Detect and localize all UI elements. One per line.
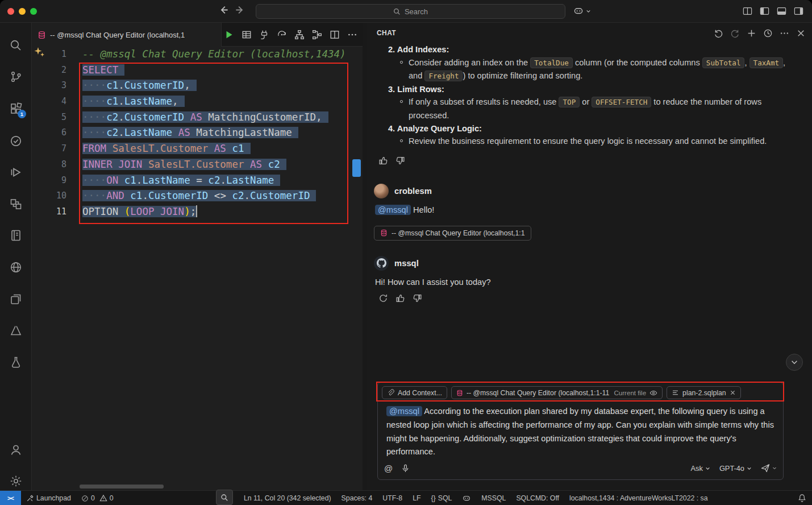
globe-icon[interactable]	[9, 260, 23, 274]
language-mode-item[interactable]: {} SQL	[426, 491, 457, 505]
eye-icon[interactable]	[649, 389, 657, 397]
layers-icon[interactable]	[9, 292, 23, 306]
line-number[interactable]: 5	[32, 110, 69, 126]
code-line[interactable]: 9····ON c1.LastName = c2.LastName	[32, 173, 363, 189]
toggle-sidebar-right-icon[interactable]	[793, 6, 804, 16]
copilot-menu[interactable]	[573, 5, 591, 16]
horizontal-scrollbar[interactable]	[80, 485, 164, 489]
line-number[interactable]: 7	[32, 141, 69, 157]
redo-icon[interactable]	[730, 28, 740, 39]
close-window-button[interactable]	[7, 8, 14, 15]
extensions-icon[interactable]: 1	[9, 102, 23, 115]
code-line[interactable]: 5····c2.CustomerID AS MatchingCustomerID…	[32, 110, 363, 126]
code-editor[interactable]: 1-- @mssql Chat Query Editor (localhost,…	[32, 47, 363, 490]
tab-chat-query-editor[interactable]: -- @mssql Chat Query Editor (localhost,1	[32, 23, 222, 47]
remote-explorer-icon[interactable]	[9, 197, 23, 211]
layout-columns-icon[interactable]	[742, 6, 753, 16]
microphone-icon[interactable]	[401, 464, 410, 473]
code-line-text[interactable]: FROM SalesLT.Customer AS c1	[69, 141, 251, 157]
split-editor-button[interactable]	[328, 28, 342, 42]
send-button[interactable]	[761, 463, 777, 473]
command-center-search[interactable]: Search	[256, 4, 565, 19]
code-line-text[interactable]: ····ON c1.LastName = c2.LastName	[69, 173, 280, 189]
run-and-debug-icon[interactable]	[9, 165, 23, 179]
code-line-text[interactable]: ····c2.CustomerID AS MatchingCustomerID,	[69, 110, 328, 126]
mssql-flask-icon[interactable]	[9, 355, 23, 369]
model-dropdown[interactable]: GPT-4o	[719, 464, 752, 473]
connection-item[interactable]: localhost,1434 : AdventureWorksLT2022 : …	[564, 491, 713, 505]
line-number[interactable]: 10	[32, 188, 69, 204]
add-context-button[interactable]: Add Context...	[382, 386, 447, 399]
new-chat-button[interactable]	[746, 28, 757, 39]
context-file-chip[interactable]: -- @mssql Chat Query Editor (localhost,1…	[451, 386, 663, 399]
thumbs-down-icon[interactable]	[395, 156, 405, 165]
azure-icon[interactable]	[9, 324, 23, 337]
code-line[interactable]: 4····c1.LastName,	[32, 94, 363, 110]
search-view-icon[interactable]	[9, 39, 23, 52]
scroll-to-bottom-button[interactable]	[786, 354, 803, 371]
code-line[interactable]: 2SELECT	[32, 63, 363, 78]
settings-gear-icon[interactable]	[9, 474, 23, 488]
account-icon[interactable]	[9, 443, 23, 457]
maximize-window-button[interactable]	[30, 8, 37, 15]
line-number[interactable]: 11	[32, 204, 69, 220]
launchpad-item[interactable]: Launchpad	[21, 491, 76, 505]
toggle-sidebar-left-icon[interactable]	[759, 6, 770, 16]
mssql-item[interactable]: MSSQL	[476, 491, 511, 505]
attached-file-pill[interactable]: -- @mssql Chat Query Editor (localhost,1…	[374, 226, 531, 241]
toggle-panel-icon[interactable]	[776, 6, 787, 16]
thumbs-up-icon[interactable]	[378, 156, 388, 165]
cursor-position-item[interactable]: Ln 11, Col 20 (342 selected)	[239, 491, 336, 505]
notebook-icon[interactable]	[9, 229, 23, 242]
minimize-window-button[interactable]	[19, 8, 26, 15]
mention-button[interactable]: @	[384, 463, 393, 473]
query-plan-icon[interactable]	[310, 28, 324, 42]
connection-icon[interactable]	[257, 28, 271, 42]
problems-item[interactable]: 0 0	[76, 491, 119, 505]
copilot-sparkle-icon[interactable]	[34, 46, 45, 57]
notifications-bell-icon[interactable]	[798, 494, 806, 502]
estimated-plan-icon[interactable]	[275, 28, 289, 42]
back-button[interactable]	[218, 5, 229, 15]
sqlcmd-item[interactable]: SQLCMD: Off	[511, 491, 564, 505]
code-line-text[interactable]: ····c1.LastName,	[69, 94, 185, 110]
line-number[interactable]: 8	[32, 157, 69, 173]
remove-attachment-icon[interactable]	[730, 390, 736, 396]
code-line[interactable]: 7FROM SalesLT.Customer AS c1	[32, 141, 363, 157]
thumbs-up-icon[interactable]	[395, 293, 405, 303]
code-line-text[interactable]: SELECT	[69, 63, 124, 78]
line-number[interactable]: 3	[32, 78, 69, 94]
line-number[interactable]: 2	[32, 63, 69, 78]
line-number[interactable]: 4	[32, 94, 69, 110]
code-line[interactable]: 6····c2.LastName AS MatchingLastName	[32, 125, 363, 141]
close-chat-button[interactable]	[796, 28, 806, 39]
results-grid-icon[interactable]	[240, 28, 253, 42]
code-line-text[interactable]: OPTION (LOOP JOIN);	[69, 204, 197, 220]
context-plan-chip[interactable]: plan-2.sqlplan	[667, 386, 741, 399]
schema-designer-icon[interactable]	[293, 28, 306, 42]
copilot-status-icon[interactable]	[457, 491, 476, 505]
run-query-button[interactable]	[222, 28, 236, 42]
indentation-item[interactable]: Spaces: 4	[336, 491, 378, 505]
code-line-text[interactable]: -- @mssql Chat Query Editor (localhost,1…	[69, 47, 346, 63]
mode-dropdown[interactable]: Ask	[691, 464, 710, 473]
code-line-text[interactable]: INNER JOIN SalesLT.Customer AS c2	[69, 157, 286, 173]
more-actions-button[interactable]	[345, 28, 359, 42]
testing-icon[interactable]	[9, 134, 23, 148]
chat-input-text[interactable]: @mssql According to the execution plan s…	[386, 405, 775, 459]
line-number[interactable]: 6	[32, 125, 69, 141]
code-line-text[interactable]: ····c2.LastName AS MatchingLastName	[69, 125, 298, 141]
code-line[interactable]: 1-- @mssql Chat Query Editor (localhost,…	[32, 47, 363, 63]
code-line-text[interactable]: ····c1.CustomerID,	[69, 78, 197, 94]
minimap-selection-marker[interactable]	[352, 159, 361, 177]
eol-item[interactable]: LF	[407, 491, 426, 505]
code-line[interactable]: 11OPTION (LOOP JOIN);	[32, 204, 363, 220]
encoding-item[interactable]: UTF-8	[377, 491, 407, 505]
chat-input-container[interactable]: Add Context... -- @mssql Chat Query Edit…	[377, 382, 784, 480]
code-line-text[interactable]: ····AND c1.CustomerID <> c2.CustomerID	[69, 188, 316, 204]
chat-more-button[interactable]	[779, 28, 790, 39]
code-line[interactable]: 3····c1.CustomerID,	[32, 78, 363, 94]
undo-icon[interactable]	[713, 28, 724, 39]
regenerate-icon[interactable]	[378, 293, 388, 303]
forward-button[interactable]	[235, 5, 245, 15]
